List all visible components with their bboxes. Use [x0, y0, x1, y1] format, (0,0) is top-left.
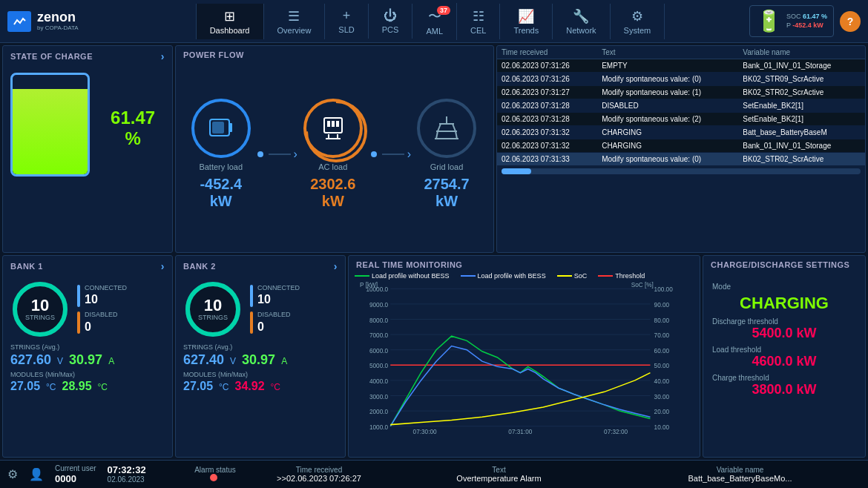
nav-system[interactable]: ⚙ System	[611, 4, 665, 39]
flow-dot-1	[257, 151, 263, 157]
bank1-modules-label: MODULES (Min/Max)	[10, 371, 165, 378]
nav-aml[interactable]: 〜 AML 37	[412, 3, 457, 40]
alarm-time-value: >>02.06.2023 07:26:27	[260, 474, 378, 483]
svg-line-16	[436, 131, 438, 139]
bank1-max-temp: 28.95	[62, 380, 92, 393]
cel-icon: ☷	[473, 8, 484, 24]
nav-pcs[interactable]: ⏻ PCS	[369, 4, 413, 39]
bank2-connected-row: CONNECTED 10	[250, 284, 300, 308]
svg-text:3000.0: 3000.0	[369, 394, 389, 400]
nav-cel[interactable]: ☷ CEL	[457, 4, 500, 39]
event-scrollbar-thumb[interactable]	[502, 168, 531, 174]
user-icon[interactable]: 👤	[29, 467, 44, 481]
power-flow-header: POWER FLOW	[176, 46, 493, 62]
ac-circle	[303, 99, 363, 158]
event-log-panel: Time received Text Variable name 02.06.2…	[496, 45, 866, 253]
svg-text:8000.0: 8000.0	[369, 317, 389, 324]
bank1-max-temp-unit: °C	[98, 382, 108, 392]
state-of-charge-panel: STATE OF CHARGE › 61.47 %	[2, 45, 173, 253]
nav-network[interactable]: 🔧 Network	[553, 4, 610, 39]
bank2-stats: CONNECTED 10 DISABLED 0	[250, 284, 300, 335]
col-var-header: Variable name	[738, 46, 865, 59]
ac-node: AC load 2302.6 kW	[297, 99, 369, 210]
nav-trends[interactable]: 📈 Trends	[500, 4, 553, 39]
overview-icon: ☰	[288, 8, 300, 24]
bank2-content: 10 STRINGS CONNECTED 10	[176, 275, 345, 398]
bank2-voltage: 627.40	[183, 352, 224, 368]
svg-text:4000.0: 4000.0	[369, 378, 389, 385]
col-time-header: Time received	[497, 46, 597, 59]
load-threshold-value: 4600.0 kW	[712, 354, 856, 369]
svg-text:80.00: 80.00	[654, 317, 670, 324]
status-left: ⚙ 👤 Current user 0000 07:32:32 02.06.202…	[7, 464, 156, 486]
status-alarm: Alarm status Time received Text Variable…	[171, 466, 861, 483]
discharge-threshold-value: 5400.0 kW	[712, 326, 856, 341]
bank1-min-temp: 27.05	[10, 380, 40, 393]
grid-value: 2754.7 kW	[411, 176, 482, 210]
bank1-connected-info: CONNECTED 10	[85, 284, 127, 308]
legend-color-soc	[557, 275, 572, 277]
svg-text:P [kW]: P [kW]	[360, 282, 378, 288]
event-scrollbar-track[interactable]	[502, 168, 861, 174]
event-row: 02.06.2023 07:31:28Modify spontaneous va…	[497, 113, 865, 126]
svg-text:07:30:00: 07:30:00	[413, 429, 437, 435]
event-row: 02.06.2023 07:31:32CHARGINGBatt_base_Bat…	[497, 126, 865, 139]
svg-text:07:31:00: 07:31:00	[508, 429, 532, 435]
pcs-icon: ⏻	[384, 8, 397, 24]
bank1-avg-values: 627.60 V 30.97 A	[10, 352, 165, 368]
flow-connector-1: ›	[255, 148, 297, 161]
bank1-ring-label: 10 STRINGS	[25, 297, 55, 321]
svg-text:5000.0: 5000.0	[369, 363, 389, 369]
trends-icon: 📈	[518, 8, 534, 24]
battery-fill	[13, 89, 88, 174]
bank1-temp-values: 27.05 °C 28.95 °C	[10, 380, 165, 393]
event-row: 02.06.2023 07:31:26EMPTYBank_01_INV_01_S…	[497, 59, 865, 73]
power-flow-content: Battery load -452.4 kW ›	[176, 62, 493, 246]
bank1-expand-arrow[interactable]: ›	[161, 260, 165, 272]
bank2-expand-arrow[interactable]: ›	[334, 260, 338, 272]
svg-text:2000.0: 2000.0	[369, 409, 389, 415]
settings-icon[interactable]: ⚙	[7, 467, 18, 481]
bank1-header: BANK 1 ›	[3, 256, 172, 275]
bank1-disabled-row: DISABLED 0	[77, 311, 127, 334]
soc-expand-arrow[interactable]: ›	[161, 50, 165, 62]
event-row: 02.06.2023 07:31:27Modify spontaneous va…	[497, 86, 865, 99]
bank2-connected-info: CONNECTED 10	[257, 284, 300, 308]
bank2-disabled-bar	[250, 311, 253, 334]
nav-overview[interactable]: ☰ Overview	[264, 4, 326, 39]
top-nav: zenon by COPA-DATA ⊞ Dashboard ☰ Overvie…	[0, 0, 868, 43]
bank1-min-temp-unit: °C	[46, 382, 56, 392]
battery-nav-icon: 🔋	[756, 9, 782, 33]
settings-content: Mode CHARGING Discharge threshold 5400.0…	[703, 272, 865, 408]
nav-sld[interactable]: + SLD	[325, 4, 368, 39]
status-datetime: 07:32:32 02.06.2023	[108, 464, 146, 484]
svg-text:100.00: 100.00	[654, 286, 674, 293]
current-user: Current user 0000	[55, 464, 96, 486]
bank2-disabled-row: DISABLED 0	[250, 311, 300, 334]
mode-value: CHARGING	[712, 294, 856, 313]
bank2-modules-label: MODULES (Min/Max)	[183, 371, 338, 378]
svg-text:90.00: 90.00	[654, 302, 670, 309]
alarm-text-header: Text	[378, 466, 619, 474]
bank1-panel: BANK 1 › 10 STRINGS	[2, 255, 173, 458]
battery-visual	[10, 73, 90, 177]
charge-threshold-value: 3800.0 kW	[712, 382, 856, 398]
soc-display: 🔋 SOC 61.47 % P -452.4 kW	[749, 5, 834, 37]
bank2-min-temp-unit: °C	[219, 382, 228, 392]
event-row: 02.06.2023 07:31:26Modify spontaneous va…	[497, 73, 865, 86]
flow-line-2	[382, 154, 404, 155]
svg-rect-2	[212, 122, 224, 133]
alarm-var-value: Batt_base_BatteryBaseMo...	[619, 474, 861, 483]
flow-connector-2: ›	[369, 148, 411, 161]
help-button[interactable]: ?	[840, 11, 861, 32]
mode-label: Mode	[712, 283, 856, 291]
alarm-text-value: Overtemperature Alarm	[378, 474, 619, 483]
battery-cap	[39, 73, 62, 75]
col-text-header: Text	[597, 46, 738, 59]
network-icon: 🔧	[573, 8, 589, 24]
bank2-header: BANK 2 ›	[176, 256, 345, 275]
bank1-voltage: 627.60	[10, 352, 51, 368]
system-icon: ⚙	[631, 8, 643, 24]
bank1-current: 30.97	[69, 352, 102, 368]
nav-dashboard[interactable]: ⊞ Dashboard	[196, 4, 264, 39]
